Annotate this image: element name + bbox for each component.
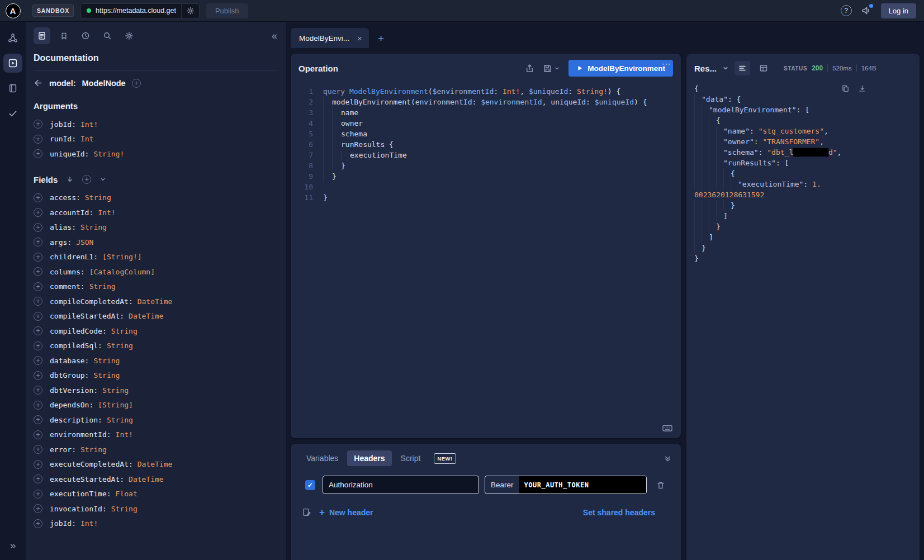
- field-type[interactable]: String: [80, 223, 107, 231]
- copy-response-icon[interactable]: [841, 84, 850, 93]
- doc-field-row[interactable]: access:String: [34, 191, 277, 206]
- documentation-tab-icon[interactable]: [34, 27, 50, 44]
- new-tab-icon[interactable]: +: [378, 33, 384, 44]
- field-name[interactable]: uniqueId:: [50, 150, 89, 158]
- field-type[interactable]: Int!: [80, 519, 98, 528]
- tab-script[interactable]: Script: [394, 450, 428, 466]
- field-type[interactable]: JSON: [76, 238, 93, 246]
- field-name[interactable]: jobId:: [50, 120, 76, 129]
- doc-field-row[interactable]: columns:[CatalogColumn]: [34, 264, 277, 279]
- checklist-icon[interactable]: [3, 104, 22, 123]
- doc-field-row[interactable]: compiledSql:String: [34, 339, 277, 354]
- header-key-input[interactable]: [323, 476, 479, 494]
- field-type[interactable]: DateTime: [138, 460, 173, 468]
- doc-field-row[interactable]: executionTime:Float: [34, 487, 277, 502]
- add-field-icon[interactable]: [34, 401, 42, 410]
- save-chevron-icon[interactable]: [554, 65, 560, 72]
- field-type[interactable]: DateTime: [129, 475, 164, 483]
- doc-field-row[interactable]: description:String: [34, 412, 277, 428]
- add-field-icon[interactable]: [34, 223, 42, 232]
- field-type[interactable]: Int: [80, 135, 93, 143]
- announcements-icon[interactable]: [861, 6, 871, 16]
- add-field-icon[interactable]: [34, 238, 42, 246]
- add-field-icon[interactable]: [34, 341, 42, 350]
- field-type[interactable]: [String]: [98, 401, 133, 409]
- share-operation-icon[interactable]: [525, 64, 534, 73]
- doc-field-row[interactable]: jobId:Int!: [34, 516, 277, 531]
- field-type[interactable]: String: [107, 416, 133, 424]
- explorer-icon[interactable]: [3, 54, 22, 73]
- login-button[interactable]: Log in: [881, 3, 916, 18]
- field-name[interactable]: access:: [50, 193, 80, 202]
- doc-field-row[interactable]: alias:String: [34, 220, 277, 235]
- history-icon[interactable]: [77, 27, 94, 44]
- add-field-icon[interactable]: [34, 386, 42, 395]
- code-line[interactable]: 7executionTime: [298, 150, 673, 160]
- doc-field-row[interactable]: error:String: [34, 442, 277, 457]
- help-icon[interactable]: ?: [841, 5, 852, 16]
- doc-field-row[interactable]: database:String: [34, 353, 277, 368]
- add-field-icon[interactable]: [34, 120, 42, 129]
- field-name[interactable]: executeStartedAt:: [50, 475, 124, 483]
- field-type[interactable]: Int!: [80, 120, 98, 129]
- code-line[interactable]: 10: [298, 182, 673, 192]
- add-field-icon[interactable]: [34, 193, 42, 202]
- save-operation-group[interactable]: [543, 64, 560, 73]
- save-icon[interactable]: [543, 64, 552, 73]
- fields-options-chevron-icon[interactable]: [99, 176, 106, 183]
- field-name[interactable]: comment:: [50, 282, 85, 291]
- doc-field-row[interactable]: executeStartedAt:DateTime: [34, 472, 277, 487]
- keyboard-shortcuts-icon[interactable]: [662, 424, 673, 433]
- notebook-icon[interactable]: [3, 79, 22, 98]
- collapse-docs-icon[interactable]: «: [272, 30, 277, 42]
- back-arrow-icon[interactable]: [34, 78, 43, 88]
- add-field-icon[interactable]: [34, 415, 42, 424]
- field-name[interactable]: columns:: [50, 268, 85, 276]
- add-field-icon[interactable]: [34, 282, 42, 291]
- field-name[interactable]: dbtVersion:: [50, 386, 98, 395]
- apollo-logo[interactable]: A: [0, 3, 26, 18]
- field-name[interactable]: runId:: [50, 135, 76, 143]
- search-icon[interactable]: [99, 27, 116, 44]
- doc-field-row[interactable]: invocationId:String: [34, 501, 277, 516]
- field-type[interactable]: String: [93, 371, 120, 379]
- field-name[interactable]: compiledCode:: [50, 327, 107, 335]
- editor-menu-icon[interactable]: ...: [662, 57, 671, 67]
- add-field-icon[interactable]: [34, 326, 42, 335]
- code-line[interactable]: 4owner: [298, 118, 673, 129]
- code-line[interactable]: 6runResults {: [298, 139, 673, 150]
- field-type[interactable]: Int!: [98, 208, 115, 217]
- field-type[interactable]: Float: [116, 490, 138, 498]
- field-name[interactable]: dependsOn:: [50, 401, 93, 409]
- add-all-fields-icon[interactable]: [132, 79, 141, 88]
- add-field-icon[interactable]: [34, 356, 42, 365]
- tab-modelbyenvironment[interactable]: ModelByEnvi... ×: [291, 28, 369, 48]
- expand-rail-icon[interactable]: »: [3, 535, 22, 554]
- field-type[interactable]: Int!: [116, 430, 133, 439]
- saved-operations-icon[interactable]: [55, 27, 72, 44]
- code-line[interactable]: 3name: [298, 107, 673, 118]
- field-type[interactable]: String: [111, 327, 138, 335]
- doc-field-row[interactable]: jobId:Int!: [34, 117, 277, 132]
- add-field-icon[interactable]: [34, 504, 42, 513]
- field-type[interactable]: DateTime: [138, 297, 173, 306]
- field-name[interactable]: dbtGroup:: [50, 371, 89, 379]
- doc-field-row[interactable]: args:JSON: [34, 235, 277, 250]
- field-name[interactable]: database:: [50, 357, 89, 365]
- collapse-request-panel-icon[interactable]: [664, 454, 672, 463]
- field-type[interactable]: String: [111, 505, 138, 513]
- doc-field-row[interactable]: compileStartedAt:DateTime: [34, 309, 277, 324]
- field-name[interactable]: args:: [50, 238, 72, 246]
- delete-header-icon[interactable]: [656, 481, 665, 490]
- field-type[interactable]: String: [102, 386, 129, 395]
- add-field-icon[interactable]: [34, 297, 42, 306]
- field-name[interactable]: invocationId:: [50, 505, 107, 513]
- field-type[interactable]: String: [89, 282, 116, 291]
- field-name[interactable]: childrenL1:: [50, 253, 98, 261]
- set-shared-headers-link[interactable]: Set shared headers: [583, 508, 655, 517]
- add-field-icon[interactable]: [34, 371, 42, 380]
- schema-graph-icon[interactable]: [3, 29, 22, 48]
- tab-variables[interactable]: Variables: [300, 450, 345, 466]
- field-type[interactable]: [String!]: [102, 253, 141, 261]
- edit-headers-icon[interactable]: [302, 507, 311, 517]
